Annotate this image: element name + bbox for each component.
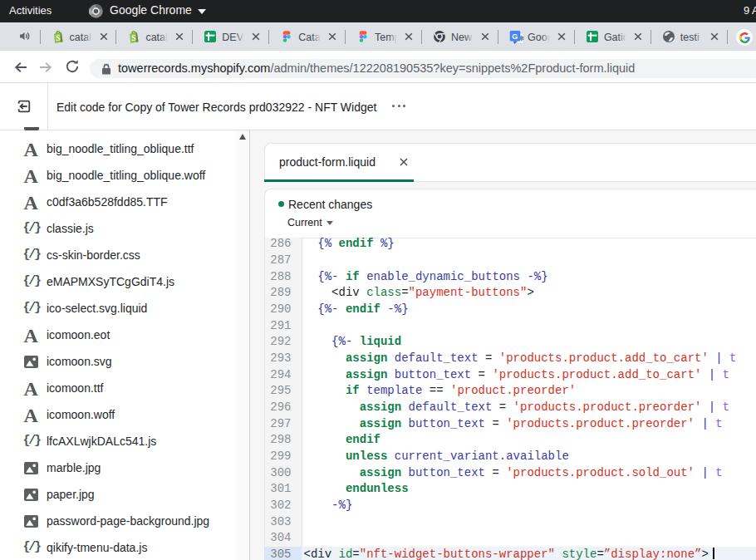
svg-text:G: G (512, 32, 518, 41)
svg-text:S: S (132, 34, 136, 42)
svg-text:S: S (56, 34, 60, 42)
